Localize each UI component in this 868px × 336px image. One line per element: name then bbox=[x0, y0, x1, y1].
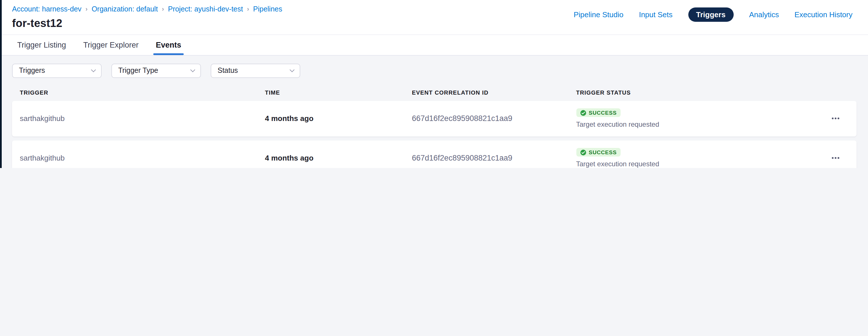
table-body: sarthakgithub 4 months ago 667d16f2ec895… bbox=[12, 101, 856, 168]
nav-input-sets[interactable]: Input Sets bbox=[639, 10, 673, 19]
trigger-status-cell: SUCCESS Target execution requested bbox=[576, 148, 822, 168]
table-row[interactable]: sarthakgithub 4 months ago 667d16f2ec895… bbox=[12, 101, 856, 136]
status-filter-dropdown[interactable]: Status bbox=[211, 63, 300, 78]
trigger-tabs: Trigger Listing Trigger Explorer Events bbox=[0, 34, 868, 55]
nav-pipeline-studio[interactable]: Pipeline Studio bbox=[574, 10, 623, 19]
col-header-trigger-status: TRIGGER STATUS bbox=[576, 89, 822, 96]
status-badge: SUCCESS bbox=[576, 108, 621, 117]
status-label: SUCCESS bbox=[589, 109, 617, 116]
breadcrumb-pipelines-link[interactable]: Pipelines bbox=[253, 6, 282, 13]
nav-triggers-active[interactable]: Triggers bbox=[688, 7, 734, 22]
trigger-type-filter-label: Trigger Type bbox=[118, 67, 158, 74]
chevron-down-icon bbox=[290, 67, 294, 72]
status-badge: SUCCESS bbox=[576, 148, 621, 157]
triggers-filter-dropdown[interactable]: Triggers bbox=[12, 63, 102, 78]
col-header-time: TIME bbox=[265, 89, 412, 96]
col-header-event-correlation-id: EVENT CORRELATION ID bbox=[412, 89, 576, 96]
event-time: 4 months ago bbox=[265, 114, 412, 123]
status-label: SUCCESS bbox=[589, 149, 617, 156]
filters-row: Triggers Trigger Type Status bbox=[12, 63, 868, 78]
events-table: TRIGGER TIME EVENT CORRELATION ID TRIGGE… bbox=[12, 78, 856, 168]
check-circle-icon bbox=[580, 149, 586, 155]
row-menu-button[interactable] bbox=[822, 101, 849, 136]
col-header-trigger: TRIGGER bbox=[20, 89, 265, 96]
nav-analytics[interactable]: Analytics bbox=[749, 10, 779, 19]
event-time: 4 months ago bbox=[265, 154, 412, 162]
status-detail: Target execution requested bbox=[576, 121, 822, 128]
triggers-events-page: Account: harness-dev › Organization: def… bbox=[0, 0, 868, 168]
breadcrumb-project-link[interactable]: Project: ayushi-dev-test bbox=[168, 6, 243, 13]
trigger-status-cell: SUCCESS Target execution requested bbox=[576, 108, 822, 128]
chevron-down-icon bbox=[91, 67, 96, 72]
pipeline-top-nav: Pipeline Studio Input Sets Triggers Anal… bbox=[574, 7, 852, 22]
status-filter-label: Status bbox=[218, 67, 238, 74]
chevron-right-icon: › bbox=[162, 6, 164, 12]
trigger-type-filter-dropdown[interactable]: Trigger Type bbox=[112, 63, 201, 78]
table-row[interactable]: sarthakgithub 4 months ago 667d16f2ec895… bbox=[12, 140, 856, 168]
tab-trigger-explorer[interactable]: Trigger Explorer bbox=[82, 35, 140, 55]
breadcrumb-organization-link[interactable]: Organization: default bbox=[92, 6, 158, 13]
trigger-name[interactable]: sarthakgithub bbox=[20, 154, 265, 162]
chevron-right-icon: › bbox=[86, 6, 88, 12]
collapsed-sidenav-edge bbox=[0, 0, 2, 168]
tab-trigger-listing[interactable]: Trigger Listing bbox=[16, 35, 67, 55]
event-correlation-id: 667d16f2ec895908821c1aa9 bbox=[412, 114, 576, 123]
trigger-name[interactable]: sarthakgithub bbox=[20, 114, 265, 123]
chevron-down-icon bbox=[190, 67, 195, 72]
chevron-right-icon: › bbox=[247, 6, 249, 12]
event-correlation-id: 667d16f2ec895908821c1aa9 bbox=[412, 154, 576, 162]
page-header: Account: harness-dev › Organization: def… bbox=[0, 0, 868, 34]
tab-events[interactable]: Events bbox=[155, 35, 183, 55]
status-detail: Target execution requested bbox=[576, 160, 822, 168]
breadcrumb-account-link[interactable]: Account: harness-dev bbox=[12, 6, 82, 13]
table-header-row: TRIGGER TIME EVENT CORRELATION ID TRIGGE… bbox=[12, 78, 856, 101]
check-circle-icon bbox=[580, 110, 586, 115]
nav-execution-history[interactable]: Execution History bbox=[795, 10, 852, 19]
row-menu-button[interactable] bbox=[822, 140, 849, 168]
triggers-filter-label: Triggers bbox=[19, 67, 45, 74]
